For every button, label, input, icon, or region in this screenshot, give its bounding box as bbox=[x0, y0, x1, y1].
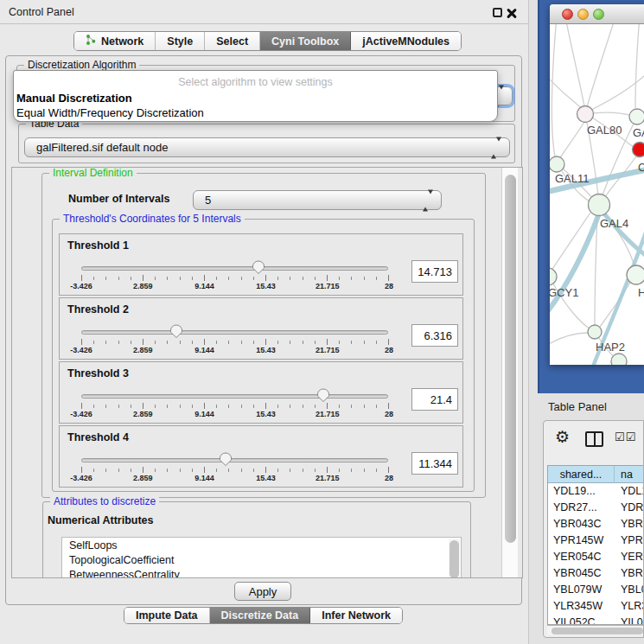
numerical-attributes-label: Numerical Attributes bbox=[48, 514, 153, 526]
cell-name[interactable]: YBR0 bbox=[615, 516, 644, 532]
number-of-intervals-combo[interactable]: 5 bbox=[193, 190, 442, 210]
mac-close-icon[interactable] bbox=[562, 9, 573, 20]
attribute-list-item[interactable]: BetweennessCentrality bbox=[62, 567, 461, 578]
tab-discretize-data[interactable]: Discretize Data bbox=[210, 608, 311, 623]
slider-scale-labels: -3.4262.8599.14415.4321.71528 bbox=[81, 282, 389, 292]
cell-name[interactable]: YBL0 bbox=[615, 582, 644, 598]
network-canvas[interactable]: GAL80 GA C GAL11 GAL4 GCY1 H HAP2 bbox=[550, 24, 644, 365]
slider-scale-labels: -3.4262.8599.14415.4321.71528 bbox=[81, 346, 389, 356]
scale-label: 2.859 bbox=[133, 410, 153, 418]
cell-shared-name[interactable]: YBR045C bbox=[548, 565, 615, 582]
cell-shared-name[interactable]: YBR043C bbox=[548, 516, 615, 532]
node-hap2[interactable] bbox=[588, 325, 602, 339]
node-h-cut[interactable] bbox=[627, 265, 644, 284]
tab-label: Infer Network bbox=[322, 609, 391, 622]
node-gal11[interactable] bbox=[550, 156, 564, 172]
table-data-combo[interactable]: galFiltered.sif default node bbox=[24, 137, 510, 157]
node-gal-cut[interactable] bbox=[629, 109, 644, 124]
close-icon[interactable] bbox=[507, 8, 517, 18]
cell-name[interactable]: YPR1 bbox=[615, 532, 644, 549]
table-data-value: galFiltered.sif default node bbox=[36, 141, 168, 154]
node-gcy1[interactable] bbox=[550, 268, 557, 285]
table-row[interactable]: YDL19...YDL1 bbox=[548, 483, 644, 500]
threshold-value-field[interactable]: 21.4 bbox=[411, 388, 458, 411]
cell-shared-name[interactable]: YPR145W bbox=[548, 532, 615, 549]
column-checkboxes-icon[interactable]: ☑☑ bbox=[615, 430, 636, 443]
dropdown-hint-text: Select algorithm to view settings bbox=[14, 76, 497, 88]
scale-label: 2.859 bbox=[133, 474, 153, 482]
list-scrollbar-thumb[interactable] bbox=[450, 540, 459, 578]
threshold-panel: Threshold 2 -3.4262.8599.14415.4321.7152… bbox=[59, 297, 463, 360]
tab-cyni-toolbox[interactable]: Cyni Toolbox bbox=[260, 32, 351, 50]
threshold-value-field[interactable]: 14.713 bbox=[411, 260, 458, 283]
cell-name[interactable]: YDR2 bbox=[615, 500, 644, 516]
cell-shared-name[interactable]: YBL079W bbox=[548, 582, 615, 598]
float-window-icon[interactable] bbox=[493, 8, 502, 17]
slider-ticks bbox=[81, 467, 389, 474]
attribute-list-item[interactable]: SelfLoops bbox=[62, 538, 461, 552]
node-label-gal4: GAL4 bbox=[600, 217, 628, 230]
cell-shared-name[interactable]: YER054C bbox=[548, 549, 615, 565]
apply-button[interactable]: Apply bbox=[234, 582, 291, 601]
table-row[interactable]: YIL052CYIL0 bbox=[548, 615, 644, 625]
slider-track[interactable] bbox=[81, 394, 388, 399]
table-row[interactable]: YLR345WYLR3 bbox=[548, 598, 644, 615]
table-hscrollbar-thumb[interactable] bbox=[552, 628, 643, 634]
tab-infer-network[interactable]: Infer Network bbox=[310, 608, 402, 623]
control-panel-title: Control Panel bbox=[9, 6, 74, 18]
cell-name[interactable]: YDL1 bbox=[615, 483, 644, 500]
tab-network[interactable]: Network bbox=[74, 32, 156, 50]
tab-jactivemnodules[interactable]: jActiveMNodules bbox=[351, 32, 461, 50]
cell-name[interactable]: YER0 bbox=[615, 549, 644, 565]
cell-name[interactable]: YBR0 bbox=[615, 565, 644, 582]
mac-zoom-icon[interactable] bbox=[593, 9, 604, 20]
tab-style[interactable]: Style bbox=[156, 32, 205, 50]
table-row[interactable]: YPR145WYPR1 bbox=[548, 532, 644, 549]
cell-name[interactable]: YIL0 bbox=[615, 615, 644, 625]
cyni-toolbox-content: Discretization Algorithm Select algorith… bbox=[5, 55, 522, 605]
node-red-selected[interactable] bbox=[633, 143, 644, 157]
tab-select[interactable]: Select bbox=[205, 32, 260, 50]
threshold-value-field[interactable]: 6.316 bbox=[411, 324, 458, 347]
node-label-red-cut: C bbox=[638, 161, 644, 174]
settings-scrollbar bbox=[501, 168, 518, 577]
table-row[interactable]: YER054CYER0 bbox=[548, 549, 644, 565]
settings-scroll-area: Interval Definition Number of Intervals … bbox=[11, 167, 523, 578]
tab-label: jActiveMNodules bbox=[362, 35, 450, 48]
node-bottom-cut[interactable] bbox=[611, 354, 627, 365]
settings-scrollbar-thumb[interactable] bbox=[505, 175, 516, 543]
group-title: Interval Definition bbox=[49, 167, 137, 179]
network-icon bbox=[86, 34, 96, 48]
column-header-shared-name[interactable]: shared... bbox=[548, 466, 615, 483]
cell-shared-name[interactable]: YIL052C bbox=[548, 615, 615, 625]
cell-name[interactable]: YLR3 bbox=[615, 598, 644, 615]
dropdown-option-equal-width[interactable]: Equal Width/Frequency Discretization bbox=[16, 106, 489, 119]
attribute-list-item[interactable]: TopologicalCoefficient bbox=[62, 552, 461, 567]
cell-shared-name[interactable]: YDR27... bbox=[548, 500, 615, 516]
threshold-value-field[interactable]: 11.344 bbox=[411, 452, 458, 475]
dropdown-option-manual[interactable]: Manual Discretization bbox=[16, 92, 489, 105]
gear-icon[interactable]: ⚙ bbox=[555, 428, 570, 447]
cell-shared-name[interactable]: YDL19... bbox=[548, 483, 615, 500]
mac-minimize-icon[interactable] bbox=[577, 9, 589, 20]
table-row[interactable]: YDR27...YDR2 bbox=[548, 500, 644, 516]
node-label-hap2: HAP2 bbox=[596, 341, 625, 354]
table-row[interactable]: YBR045CYBR0 bbox=[548, 565, 644, 582]
column-header-name[interactable]: na bbox=[615, 466, 644, 483]
threshold-panel: Threshold 4 -3.4262.8599.14415.4321.7152… bbox=[59, 425, 463, 488]
number-of-intervals-value: 5 bbox=[205, 194, 211, 207]
table-row[interactable]: YBL079WYBL0 bbox=[548, 582, 644, 598]
node-gal80[interactable] bbox=[577, 106, 594, 123]
scale-label: 28 bbox=[385, 474, 393, 482]
scale-label: 28 bbox=[385, 410, 393, 418]
tab-impute-data[interactable]: Impute Data bbox=[124, 608, 210, 623]
split-table-icon[interactable] bbox=[585, 431, 603, 447]
threshold-panel: Threshold 3 -3.4262.8599.14415.4321.7152… bbox=[59, 361, 463, 424]
network-window-titlebar[interactable] bbox=[550, 4, 644, 24]
cell-shared-name[interactable]: YLR345W bbox=[548, 598, 615, 615]
slider-track[interactable] bbox=[81, 458, 388, 462]
slider-track[interactable] bbox=[81, 330, 388, 335]
node-gal4[interactable] bbox=[589, 194, 610, 216]
table-row[interactable]: YBR043CYBR0 bbox=[548, 516, 644, 532]
slider-track[interactable] bbox=[81, 266, 388, 271]
